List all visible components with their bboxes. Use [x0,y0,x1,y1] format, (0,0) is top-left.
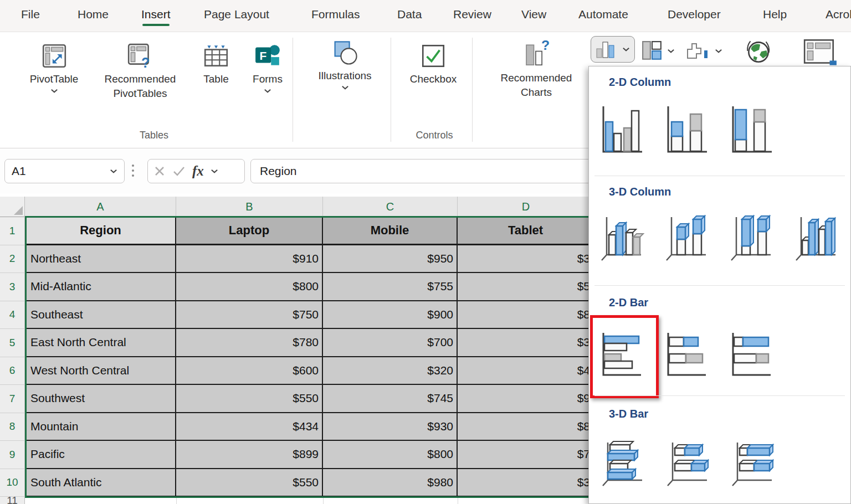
cell-B5[interactable]: $780 [176,329,323,357]
tab-acrobat[interactable]: Acrobat [826,8,851,21]
chart-type-3d-clustered-column[interactable] [598,212,645,267]
tab-view[interactable]: View [521,8,546,21]
chart-type-100-stacked-bar[interactable] [727,328,775,384]
cell-B6[interactable]: $600 [176,357,323,385]
cell-B3[interactable]: $800 [176,273,323,301]
tab-page-layout[interactable]: Page Layout [204,8,269,21]
row-header-4[interactable]: 4 [0,301,25,330]
insert-hierarchy-chart-button[interactable] [642,40,675,61]
cell-C4[interactable]: $900 [323,301,458,330]
tab-developer[interactable]: Developer [668,8,721,21]
row-header-9[interactable]: 9 [0,441,25,469]
cell-D6[interactable]: $4 [458,357,594,385]
tab-formulas[interactable]: Formulas [311,8,360,21]
cell-A10[interactable]: South Atlantic [26,469,176,497]
cell-A9[interactable]: Pacific [26,441,176,469]
cell-D5[interactable]: $3 [458,329,594,357]
tab-automate[interactable]: Automate [578,8,628,21]
chart-type-3d-stacked-bar[interactable] [663,436,710,491]
recommended-charts-button[interactable]: ? Recommended Charts [486,39,586,99]
cell-B9[interactable]: $899 [176,441,323,469]
chart-type-3d-100-stacked-column[interactable] [727,212,775,267]
cell-C5[interactable]: $700 [323,329,458,357]
cell-A4[interactable]: Southeast [26,301,176,330]
recommended-pivottables-button[interactable]: ? Recommended PivotTables [90,42,190,100]
enter-icon[interactable] [172,165,186,177]
cell-D8[interactable]: $8 [458,413,594,441]
chart-type-3d-stacked-column[interactable] [663,212,710,267]
checkbox-button[interactable]: Checkbox [400,42,466,86]
row-header-5[interactable]: 5 [0,329,25,357]
tab-home[interactable]: Home [78,8,109,21]
cell-C1[interactable]: Mobile [323,217,458,245]
cell-C3[interactable]: $755 [323,273,458,301]
chart-type-3d-clustered-bar[interactable] [598,436,645,491]
cell-C2[interactable]: $950 [323,245,458,274]
cancel-icon[interactable] [153,165,166,177]
insert-column-chart-button[interactable] [591,36,635,63]
cell-D10[interactable]: $3 [458,469,594,497]
tab-help[interactable]: Help [763,8,787,21]
cell-D1[interactable]: Tablet [458,217,594,245]
chart-type-3d-100-stacked-bar[interactable] [727,436,775,491]
cell-A1[interactable]: Region [26,217,176,245]
chart-type-3d-column[interactable] [792,212,840,267]
cell-B10[interactable]: $550 [176,469,323,497]
column-header-b[interactable]: B [176,197,323,217]
cell-B1[interactable]: Laptop [176,217,323,245]
cell-A7[interactable]: Southwest [26,385,176,413]
chart-type-clustered-bar[interactable] [598,328,645,384]
illustrations-button[interactable]: Illustrations [307,40,382,90]
cell-C7[interactable]: $745 [323,385,458,413]
cell-D7[interactable]: $9 [458,385,594,413]
chart-type-clustered-column[interactable] [598,103,645,158]
insert-waterfall-chart-button[interactable] [686,40,722,61]
pivottable-button[interactable]: PivotTable [22,42,86,93]
row-header-8[interactable]: 8 [0,413,25,441]
row-header-7[interactable]: 7 [0,385,25,413]
column-header-a[interactable]: A [25,197,176,217]
cell-A2[interactable]: Northeast [26,245,176,274]
tab-insert[interactable]: Insert [141,8,171,21]
tables-group-label: Tables [99,130,209,141]
maps-button[interactable] [744,37,773,66]
chart-type-100-stacked-column[interactable] [727,103,775,158]
tab-review[interactable]: Review [453,8,491,21]
cell-C6[interactable]: $320 [323,357,458,385]
chart-type-stacked-bar[interactable] [663,328,710,384]
cell-B4[interactable]: $750 [176,301,323,330]
cell-C9[interactable]: $800 [323,441,458,469]
row-header-3[interactable]: 3 [0,273,25,301]
cell-B8[interactable]: $434 [176,413,323,441]
forms-button[interactable]: F Forms [243,42,293,93]
column-header-c[interactable]: C [323,197,458,217]
pivotchart-button[interactable] [802,38,839,68]
insert-function-icon[interactable]: fx [192,163,204,179]
chart-type-stacked-column[interactable] [663,103,710,158]
cell-D4[interactable]: $8 [458,301,594,330]
table-button[interactable]: Table [191,42,241,86]
row-header-10[interactable]: 10 [0,469,25,497]
cell-D9[interactable]: $7 [458,441,594,469]
cell-D2[interactable]: $3 [458,245,594,274]
select-all-corner[interactable] [0,197,25,217]
row-header-6[interactable]: 6 [0,357,25,385]
chevron-down-icon[interactable] [211,169,218,173]
cell-A8[interactable]: Mountain [26,413,176,441]
cell-C10[interactable]: $980 [323,469,458,497]
cell-A5[interactable]: East North Central [26,329,176,357]
column-header-d[interactable]: D [458,197,594,217]
cell-C8[interactable]: $930 [323,413,458,441]
cell-D3[interactable]: $5 [458,273,594,301]
drag-handle-icon[interactable] [131,162,135,179]
name-box[interactable]: A1 [4,159,125,183]
tab-data[interactable]: Data [397,8,422,21]
tab-file[interactable]: File [21,8,40,21]
cell-A3[interactable]: Mid-Atlantic [26,273,176,301]
cell-B2[interactable]: $910 [176,245,323,274]
cell-A6[interactable]: West North Central [26,357,176,385]
row-header-1[interactable]: 1 [0,217,25,245]
cell-B7[interactable]: $550 [176,385,323,413]
row-header-2[interactable]: 2 [0,245,25,274]
row-header-11[interactable]: 11 [0,497,25,504]
